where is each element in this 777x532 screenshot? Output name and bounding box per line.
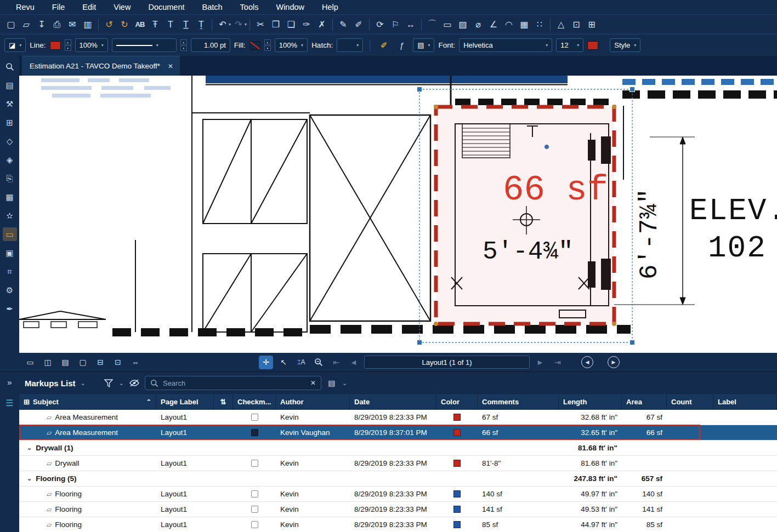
- drawing-canvas[interactable]: 66 sf 5'-4¾" 6'-7¾" ELEV. 102: [19, 76, 777, 353]
- angle-icon[interactable]: ∠: [486, 17, 501, 32]
- menu-view[interactable]: View: [105, 0, 139, 14]
- flag-icon[interactable]: ⚐: [388, 17, 403, 32]
- markup-row[interactable]: ▱Area Measurement Layout1 Kevin 8/29/201…: [19, 410, 777, 425]
- chevron-down-icon[interactable]: ⌄: [342, 380, 347, 387]
- measurements-icon[interactable]: ▭: [3, 227, 17, 241]
- full-screen-icon[interactable]: ▢: [76, 356, 90, 369]
- markup-corner-handle[interactable]: [434, 322, 438, 326]
- menu-revu[interactable]: Revu: [8, 0, 43, 14]
- column-header-page-label[interactable]: Page Label: [156, 394, 214, 410]
- column-header-count[interactable]: Count: [667, 394, 713, 410]
- font-family-dropdown[interactable]: Helvetica▾: [459, 38, 552, 52]
- line-style-dropdown[interactable]: ▾: [112, 38, 177, 52]
- menu-help[interactable]: Help: [314, 0, 347, 14]
- line-color-swatch[interactable]: [50, 41, 61, 50]
- checkbox[interactable]: [251, 414, 258, 421]
- print-icon[interactable]: ⎙: [49, 17, 65, 32]
- spin-up-icon[interactable]: ▴: [65, 39, 71, 45]
- checkbox[interactable]: [251, 506, 258, 513]
- markup-corner-handle[interactable]: [434, 105, 438, 109]
- close-tab-icon[interactable]: ✕: [168, 62, 173, 70]
- font-size-dropdown[interactable]: 12▾: [556, 38, 583, 52]
- page-field[interactable]: [364, 356, 530, 369]
- column-header-author[interactable]: Author: [276, 394, 350, 410]
- column-header-label[interactable]: Label: [713, 394, 777, 410]
- clear-search-icon[interactable]: ✕: [310, 379, 316, 387]
- panel-layout-icon[interactable]: ▥: [80, 17, 95, 32]
- search-input[interactable]: [163, 379, 306, 387]
- column-header-checkmark[interactable]: Checkm...: [233, 394, 276, 410]
- delete-icon[interactable]: ✗: [314, 17, 330, 32]
- area-label-text[interactable]: 66 sf: [503, 170, 608, 210]
- menu-edit[interactable]: Edit: [74, 0, 104, 14]
- hatch-dropdown[interactable]: ▾: [337, 38, 363, 52]
- email-icon[interactable]: ✉: [65, 17, 80, 32]
- markup-row[interactable]: ▱Flooring Layout1 Kevin 8/29/2019 8:23:3…: [19, 502, 777, 517]
- selection-handle[interactable]: [417, 87, 422, 92]
- checkbox[interactable]: [251, 521, 258, 528]
- markup-group-row[interactable]: ⌄Flooring (5) 247.83 ft' in" 657 sf: [19, 471, 777, 487]
- fill-opacity-dropdown[interactable]: 100%▾: [275, 38, 308, 52]
- tool-preview-dropdown[interactable]: ◪ ▾: [4, 38, 26, 52]
- document-tab[interactable]: Estimation A21 - TAVCO Demo Takeoff* ✕: [22, 56, 180, 76]
- column-header-sort[interactable]: ⇅: [214, 394, 233, 410]
- first-page-icon[interactable]: ⇤: [329, 356, 343, 369]
- menu-batch[interactable]: Batch: [194, 0, 231, 14]
- columns-icon[interactable]: ▤: [326, 376, 337, 390]
- area-markup-boundary[interactable]: [436, 107, 614, 324]
- new-document-icon[interactable]: ▢: [3, 17, 19, 32]
- thumbnails-icon[interactable]: ⊞: [3, 116, 17, 129]
- spin-down-icon[interactable]: ▾: [65, 45, 71, 51]
- format-painter-icon[interactable]: ✑: [299, 17, 314, 32]
- selection-handle[interactable]: [630, 87, 635, 92]
- strikethrough-text-icon[interactable]: Ṯ: [194, 17, 209, 32]
- spin-down-icon[interactable]: ▾: [180, 45, 187, 51]
- underline-text-icon[interactable]: T̲: [178, 17, 194, 32]
- menu-window[interactable]: Window: [268, 0, 313, 14]
- column-header-date[interactable]: Date: [350, 394, 436, 410]
- single-page-icon[interactable]: ▭: [23, 356, 37, 369]
- column-header-length[interactable]: Length: [559, 394, 622, 410]
- markups-menu-icon[interactable]: ☰: [5, 398, 13, 408]
- search-icon[interactable]: [3, 60, 17, 73]
- select-text-tool-icon[interactable]: ⌶A: [294, 356, 308, 369]
- markup-row[interactable]: ▱Flooring Layout1 Kevin 8/29/2019 8:23:3…: [19, 487, 777, 502]
- fill-opacity-stepper[interactable]: ▴▾: [264, 39, 271, 51]
- font-color-swatch[interactable]: [587, 41, 598, 50]
- side-by-side-icon[interactable]: ◫: [41, 356, 55, 369]
- count-icon[interactable]: ∷: [532, 17, 547, 32]
- blue-wall-markup[interactable]: [206, 76, 774, 85]
- color-swatch[interactable]: [453, 506, 461, 513]
- collapse-group-icon[interactable]: ⌄: [27, 475, 32, 482]
- layers-icon[interactable]: ◈: [3, 153, 17, 167]
- cut-icon[interactable]: ✂: [253, 17, 268, 32]
- column-header-area[interactable]: Area: [622, 394, 667, 410]
- markup-row-selected[interactable]: ▱Area Measurement Layout1 Kevin Vaughan …: [19, 425, 777, 441]
- color-swatch[interactable]: [453, 460, 461, 467]
- color-swatch[interactable]: [453, 414, 461, 421]
- line-width-field[interactable]: 1.00 pt: [191, 38, 230, 52]
- hide-markups-icon[interactable]: [129, 376, 140, 390]
- tags-icon[interactable]: ◇: [3, 134, 17, 148]
- pen-icon[interactable]: ✎: [336, 17, 351, 32]
- highlighter-icon[interactable]: ✐: [351, 17, 366, 32]
- text-box-icon[interactable]: T: [163, 17, 178, 32]
- rotate-left-icon[interactable]: ↺: [101, 17, 117, 32]
- grid-icon[interactable]: ⊞: [584, 17, 599, 32]
- menu-document[interactable]: Document: [140, 0, 192, 14]
- links-icon[interactable]: ⌗: [3, 265, 17, 278]
- calibrate-icon[interactable]: △: [553, 17, 569, 32]
- filter-icon[interactable]: [103, 376, 114, 390]
- checkbox[interactable]: [251, 460, 258, 467]
- spin-up-icon[interactable]: ▴: [264, 39, 271, 45]
- markup-summary-icon[interactable]: ▣: [3, 246, 17, 260]
- markup-group-row[interactable]: ⌄Drywall (1) 81.68 ft' in": [19, 441, 777, 456]
- line-opacity-stepper[interactable]: ▴▾: [65, 39, 71, 51]
- studio-icon[interactable]: ✫: [3, 209, 17, 222]
- diameter-icon[interactable]: ⌀: [470, 17, 486, 32]
- sync-icon[interactable]: ⟳: [372, 17, 388, 32]
- fit-page-icon[interactable]: ⊡: [111, 356, 125, 369]
- fill-color-swatch[interactable]: [249, 41, 260, 50]
- edit-text-icon[interactable]: AB: [132, 17, 148, 32]
- bookmarks-icon[interactable]: ⎘: [3, 171, 17, 185]
